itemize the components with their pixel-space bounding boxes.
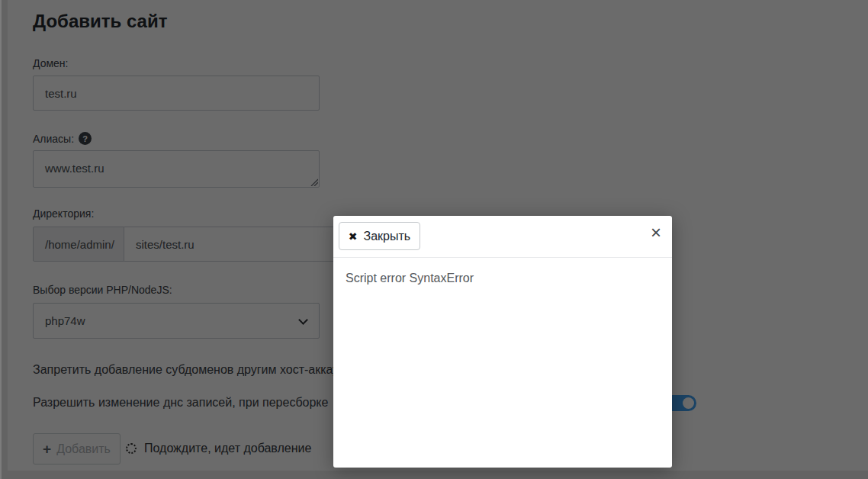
error-message: Script error SyntaxError [346,272,474,285]
modal-body: Script error SyntaxError [333,258,672,299]
close-x-icon: ✖ [349,230,358,243]
error-modal: ✖ Закрыть × Script error SyntaxError [333,216,672,468]
modal-header: ✖ Закрыть × [333,216,672,258]
add-site-page: Добавить сайт Домен: Алиасы: ? www.test.… [0,0,868,479]
close-button[interactable]: ✖ Закрыть [339,222,420,250]
window-left-edge [0,0,2,479]
close-button-label: Закрыть [364,230,411,243]
modal-corner-close-icon[interactable]: × [650,227,662,239]
